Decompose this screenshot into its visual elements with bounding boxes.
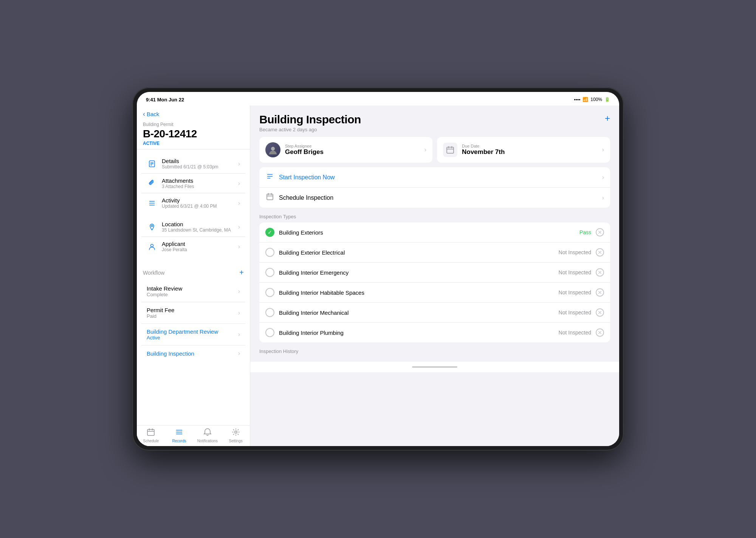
inspection-types-label: Inspection Types	[259, 214, 610, 219]
interior-emergency-remove-icon[interactable]: ✕	[596, 268, 604, 277]
signal-icon: ▪▪▪▪	[574, 97, 580, 102]
assignee-card-content: Step Assignee Geoff Briges	[285, 144, 420, 156]
tab-schedule[interactable]: Schedule	[137, 428, 165, 443]
workflow-permit-fee-chevron-icon: ›	[238, 309, 240, 316]
activity-card[interactable]: Activity Updated 6/3/21 @ 4:00 PM ›	[141, 193, 245, 213]
interior-plumbing-status: Not Inspected	[559, 330, 591, 336]
applicant-subtitle: Jose Peralta	[162, 247, 234, 252]
location-chevron-icon: ›	[238, 224, 240, 230]
applicant-card-content: Applicant Jose Peralta	[162, 241, 234, 252]
status-time: 9:41 Mon Jun 22	[146, 97, 184, 103]
interior-mechanical-status: Not Inspected	[559, 309, 591, 316]
workflow-item-permit-fee[interactable]: Permit Fee Paid ›	[141, 302, 245, 324]
inspection-row-interior-mechanical[interactable]: Building Interior Mechanical Not Inspect…	[259, 303, 610, 323]
tab-records[interactable]: Records	[165, 428, 194, 443]
battery-label: 100%	[590, 97, 602, 102]
card-group-main: Details Submitted 6/1/21 @ 5:03pm ›	[141, 154, 245, 213]
inspection-history-label: Inspection History	[259, 348, 610, 354]
inspection-title: Building Inspection	[259, 113, 361, 126]
workflow-item-building-inspection-title: Building Inspection	[147, 350, 238, 357]
schedule-tab-icon	[147, 428, 155, 438]
schedule-inspection-label: Schedule Inspection	[279, 194, 598, 201]
inspection-header-text: Building Inspection Became active 2 days…	[259, 113, 361, 132]
details-card[interactable]: Details Submitted 6/1/21 @ 5:03pm ›	[141, 154, 245, 174]
workflow-item-intake-review-status: Complete	[147, 292, 238, 297]
attachments-card[interactable]: Attachments 3 Attached Files ›	[141, 174, 245, 193]
interior-mechanical-remove-icon[interactable]: ✕	[596, 308, 604, 317]
interior-mechanical-name: Building Interior Mechanical	[279, 309, 554, 316]
assignee-chevron-icon: ›	[424, 146, 426, 153]
location-title: Location	[162, 221, 234, 227]
notifications-tab-label: Notifications	[197, 439, 218, 443]
assignee-card[interactable]: Step Assignee Geoff Briges ›	[259, 137, 432, 163]
assignee-label: Step Assignee	[285, 144, 420, 148]
due-date-card[interactable]: Due Date November 7th ›	[437, 137, 610, 163]
building-exteriors-name: Building Exteriors	[279, 229, 575, 236]
workflow-item-building-dept-review-status: Active	[147, 335, 238, 341]
due-date-chevron-icon: ›	[602, 146, 604, 153]
activity-card-content: Activity Updated 6/3/21 @ 4:00 PM	[162, 197, 234, 209]
sidebar: ‹ Back Building Permit B-20-12412 ACTIVE	[137, 106, 250, 446]
applicant-title: Applicant	[162, 241, 234, 247]
start-inspection-button[interactable]: Start Inspection Now ›	[259, 167, 610, 188]
permit-status: ACTIVE	[143, 141, 244, 146]
attachments-card-content: Attachments 3 Attached Files	[162, 177, 234, 189]
svg-rect-25	[267, 194, 273, 200]
inspection-row-interior-emergency[interactable]: Building Interior Emergency Not Inspecte…	[259, 263, 610, 283]
exterior-electrical-remove-icon[interactable]: ✕	[596, 248, 604, 257]
inspection-types-list: ✓ Building Exteriors Pass ✕ Building Ext…	[259, 222, 610, 342]
panel-content: Step Assignee Geoff Briges ›	[250, 137, 619, 362]
home-bar	[412, 366, 457, 368]
interior-habitable-remove-icon[interactable]: ✕	[596, 288, 604, 297]
exterior-electrical-check-icon	[265, 248, 274, 257]
building-exteriors-remove-icon[interactable]: ✕	[596, 228, 604, 236]
card-group-location: Location 35 Landsdown St, Cambridge, MA …	[141, 217, 245, 256]
workflow-add-button[interactable]: +	[239, 268, 244, 277]
svg-rect-18	[447, 147, 454, 153]
due-date-value: November 7th	[462, 148, 598, 156]
workflow-item-building-dept-review[interactable]: Building Department Review Active ›	[141, 324, 245, 345]
inspection-row-exterior-electrical[interactable]: Building Exterior Electrical Not Inspect…	[259, 243, 610, 263]
inspection-row-interior-habitable[interactable]: Building Interior Habitable Spaces Not I…	[259, 283, 610, 303]
records-tab-label: Records	[172, 439, 186, 443]
workflow-item-permit-fee-title: Permit Fee	[147, 307, 238, 313]
inspection-row-building-exteriors[interactable]: ✓ Building Exteriors Pass ✕	[259, 222, 610, 243]
main-panel-header: Building Inspection Became active 2 days…	[250, 106, 619, 137]
svg-point-7	[151, 225, 153, 227]
workflow-item-intake-review[interactable]: Intake Review Complete ›	[141, 281, 245, 302]
add-button[interactable]: +	[605, 113, 610, 124]
workflow-title: Workflow	[143, 270, 164, 276]
assignee-avatar	[265, 142, 280, 157]
workflow-header: Workflow +	[141, 266, 245, 279]
workflow-item-building-dept-review-content: Building Department Review Active	[147, 328, 238, 341]
tab-notifications[interactable]: Notifications	[194, 428, 222, 443]
due-date-icon	[443, 143, 457, 157]
workflow-item-building-inspection[interactable]: Building Inspection ›	[141, 345, 245, 361]
workflow-item-permit-fee-status: Paid	[147, 313, 238, 319]
back-button[interactable]: ‹ Back	[143, 110, 244, 118]
building-exteriors-check-icon: ✓	[265, 228, 274, 237]
details-icon	[147, 159, 157, 169]
status-bar: 9:41 Mon Jun 22 ▪▪▪▪ 📶 100% 🔋	[137, 92, 619, 106]
tab-settings[interactable]: Settings	[222, 428, 250, 443]
settings-tab-icon	[232, 428, 240, 438]
activity-icon	[147, 198, 157, 208]
workflow-item-building-inspection-content: Building Inspection	[147, 350, 238, 357]
activity-chevron-icon: ›	[238, 200, 240, 207]
interior-emergency-check-icon	[265, 268, 274, 277]
applicant-icon	[147, 241, 157, 252]
interior-emergency-name: Building Interior Emergency	[279, 269, 554, 276]
inspection-subtitle: Became active 2 days ago	[259, 127, 361, 132]
records-tab-icon	[175, 428, 183, 438]
main-panel: Building Inspection Became active 2 days…	[250, 106, 619, 446]
interior-plumbing-remove-icon[interactable]: ✕	[596, 328, 604, 337]
applicant-card[interactable]: Applicant Jose Peralta ›	[141, 237, 245, 256]
svg-point-16	[235, 431, 237, 433]
schedule-inspection-button[interactable]: Schedule Inspection ›	[259, 188, 610, 208]
sidebar-header: ‹ Back Building Permit B-20-12412 ACTIVE	[137, 106, 250, 149]
location-card[interactable]: Location 35 Landsdown St, Cambridge, MA …	[141, 217, 245, 237]
inspection-row-interior-plumbing[interactable]: Building Interior Plumbing Not Inspected…	[259, 323, 610, 342]
interior-mechanical-check-icon	[265, 308, 274, 317]
workflow-building-dept-review-chevron-icon: ›	[238, 331, 240, 338]
attachments-chevron-icon: ›	[238, 180, 240, 187]
